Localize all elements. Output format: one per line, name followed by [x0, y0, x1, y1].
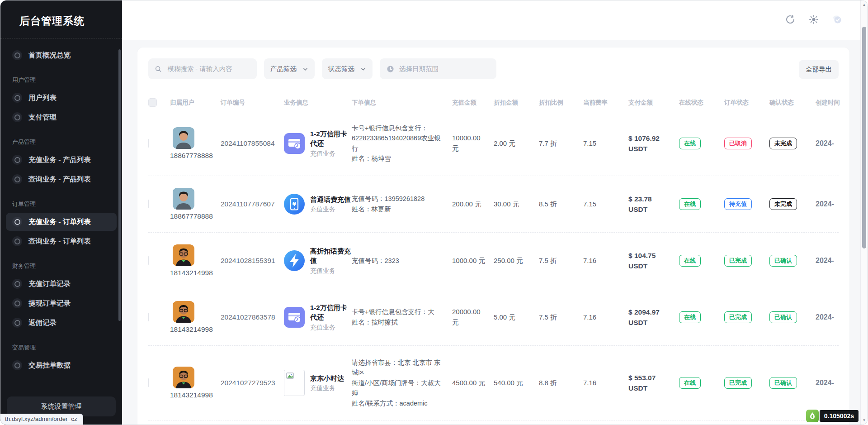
- discount-amount: 30.00 元: [494, 199, 539, 210]
- discount-amount: 250.00 元: [494, 256, 539, 266]
- user-phone: 18143214998: [170, 325, 221, 334]
- sidebar-item[interactable]: 用户列表: [6, 89, 117, 107]
- confirm-status-badge: 已确认: [769, 255, 797, 267]
- user-phone: 18867778888: [170, 212, 221, 220]
- pay-amount: $ 553.07USDT: [628, 372, 679, 394]
- chevron-down-icon: [360, 66, 366, 72]
- row-checkbox[interactable]: [148, 313, 149, 321]
- order-number: 20241107787607: [221, 200, 284, 208]
- date-range-picker[interactable]: 选择日期范围: [380, 58, 496, 79]
- radio-icon: [12, 155, 22, 165]
- business-type: 充值业务: [310, 384, 352, 392]
- broken-image-icon: [284, 370, 305, 396]
- toolbar: 产品筛选 状态筛选 选择日期范围 全部导出: [148, 58, 839, 79]
- column-header: 在线状态: [679, 99, 724, 107]
- table-row: 1886777888820241107787607¥普通话费充值充值业务充值号码…: [148, 176, 839, 233]
- created-time: 2024-: [816, 200, 849, 208]
- current-rate: 7.16: [583, 256, 628, 266]
- perf-overlay[interactable]: 0.105002s: [806, 410, 859, 422]
- sidebar-item-label: 交易挂单数据: [28, 361, 71, 370]
- bolt-icon: [284, 250, 305, 271]
- search-input[interactable]: [166, 65, 250, 73]
- order-status-badge: 待充值: [724, 198, 752, 210]
- radio-icon: [12, 279, 22, 289]
- pay-amount: $ 2094.97USDT: [628, 307, 679, 328]
- radio-icon: [12, 360, 22, 370]
- order-status-badge: 已完成: [724, 377, 752, 389]
- current-rate: 7.15: [583, 138, 628, 149]
- sidebar-item[interactable]: 返佣记录: [6, 314, 117, 332]
- row-checkbox[interactable]: [148, 378, 149, 387]
- radio-icon: [12, 318, 22, 328]
- sidebar-item[interactable]: 交易挂单数据: [6, 356, 117, 374]
- user-avatar: [173, 301, 194, 323]
- sidebar-item-label: 充值订单记录: [28, 279, 71, 289]
- discount-ratio: 7.5 折: [539, 256, 583, 266]
- sidebar-section-label: 交易管理: [12, 344, 122, 352]
- recharge-amount: 200.00 元: [452, 199, 494, 210]
- topbar: [122, 0, 868, 40]
- sidebar-item[interactable]: 查询业务 - 订单列表: [6, 232, 117, 250]
- column-header: 折扣比例: [539, 99, 583, 107]
- sidebar-item[interactable]: 提现订单记录: [6, 294, 117, 312]
- sidebar-item[interactable]: 充值业务 - 产品列表: [6, 151, 117, 169]
- export-all-button[interactable]: 全部导出: [799, 60, 839, 79]
- credit-card-icon: [284, 307, 305, 328]
- select-all-checkbox[interactable]: [148, 98, 157, 107]
- table-body: 18867778888202411078550841-2万信用卡代还充值业务卡号…: [148, 111, 839, 425]
- discount-amount: 2.00 元: [494, 138, 539, 149]
- verified-icon[interactable]: [832, 14, 843, 25]
- column-header: 下单信息: [352, 99, 452, 107]
- status-filter-dropdown[interactable]: 状态筛选: [322, 58, 373, 79]
- status-filter-label: 状态筛选: [328, 65, 354, 73]
- page-scrollbar[interactable]: ▲ ▼: [860, 0, 868, 425]
- sidebar-item-label: 用户列表: [28, 93, 57, 103]
- column-header: 支付金额: [628, 99, 679, 107]
- row-checkbox[interactable]: [148, 139, 149, 148]
- column-header: 确认状态: [769, 99, 816, 107]
- sidebar-item[interactable]: 支付管理: [6, 108, 117, 126]
- sidebar-item[interactable]: 首页概况总览: [6, 46, 117, 64]
- scrollbar-down-arrow[interactable]: ▼: [861, 418, 868, 422]
- table-row: 18867778888202411078550841-2万信用卡代还充值业务卡号…: [148, 111, 839, 176]
- chevron-down-icon: [302, 66, 308, 72]
- column-header: 当前费率: [583, 99, 628, 107]
- refresh-icon[interactable]: [785, 14, 796, 25]
- discount-amount: 5.00 元: [494, 312, 539, 323]
- brightness-icon[interactable]: [808, 14, 819, 25]
- sidebar-item[interactable]: 查询业务 - 产品列表: [6, 170, 117, 188]
- sidebar-scrollbar-thumb[interactable]: [118, 49, 121, 321]
- credit-card-icon: [284, 133, 305, 154]
- column-header: 充值金额: [452, 99, 494, 107]
- confirm-status-badge: 未完成: [769, 138, 797, 149]
- sidebar-item-label: 充值业务 - 产品列表: [28, 155, 91, 165]
- table-row: 1814321499820241028155391高折扣话费充值充值业务充值号码…: [148, 233, 839, 289]
- discount-ratio: 7.7 折: [539, 138, 583, 149]
- created-time: 2024-: [816, 139, 849, 148]
- scrollbar-up-arrow[interactable]: ▲: [861, 3, 868, 7]
- sidebar-section-label: 订单管理: [12, 200, 122, 208]
- sidebar-item-label: 充值业务 - 订单列表: [28, 217, 91, 227]
- product-filter-dropdown[interactable]: 产品筛选: [264, 58, 315, 79]
- confirm-status-badge: 已确认: [769, 377, 797, 389]
- perf-logo-icon: [806, 410, 819, 422]
- sidebar-item[interactable]: 充值订单记录: [6, 275, 117, 293]
- status-url-tooltip: th.dsyl.xyz/admin/order_cz: [0, 414, 83, 425]
- pay-amount: $ 104.75USDT: [628, 250, 679, 272]
- product-filter-label: 产品筛选: [270, 65, 297, 73]
- user-phone: 18867778888: [170, 152, 221, 160]
- perf-time-badge: 0.105002s: [820, 410, 859, 422]
- scrollbar-thumb[interactable]: [862, 27, 866, 248]
- product-name: 高折扣话费充值: [310, 246, 352, 266]
- column-header: 折扣金额: [494, 99, 539, 107]
- column-header: 订单状态: [724, 99, 769, 107]
- online-status-badge: 在线: [679, 377, 701, 389]
- sidebar-divider: [0, 38, 122, 38]
- row-checkbox[interactable]: [148, 256, 149, 265]
- sidebar-item[interactable]: 充值业务 - 订单列表: [6, 213, 117, 231]
- row-checkbox[interactable]: [148, 200, 149, 208]
- current-rate: 7.15: [583, 199, 628, 210]
- search-box[interactable]: [148, 58, 257, 79]
- order-number: 20241107855084: [221, 139, 284, 148]
- current-rate: 7.16: [583, 378, 628, 388]
